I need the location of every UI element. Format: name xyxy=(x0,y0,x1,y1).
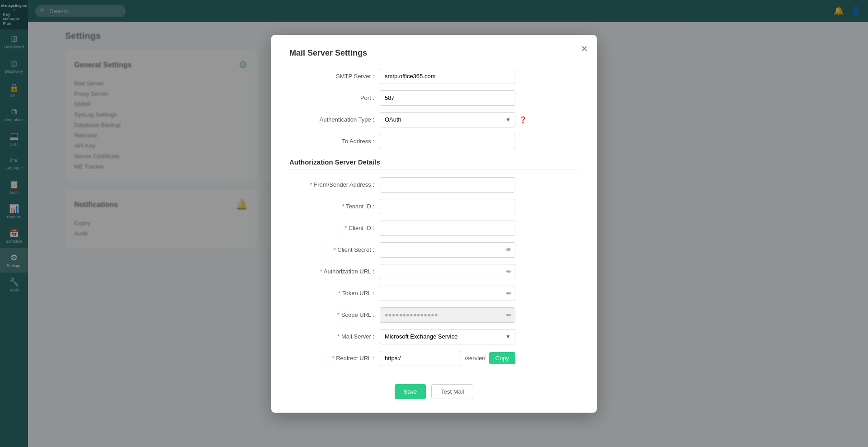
auth-type-select-wrapper: OAuth Basic None ▼ xyxy=(380,112,515,127)
auth-url-group: Authorization URL : ✏ xyxy=(289,264,579,279)
redirect-url-label: Redirect URL : xyxy=(289,355,380,362)
modal-footer: Save Test Mail xyxy=(289,377,579,399)
modal-overlay: Mail Server Settings ✕ SMTP Server : Por… xyxy=(0,0,868,447)
mail-server-group: Mail Server : Microsoft Exchange Service… xyxy=(289,329,579,344)
smtp-server-input[interactable] xyxy=(380,69,515,84)
client-id-group: Client ID : xyxy=(289,221,579,236)
from-sender-input[interactable] xyxy=(380,177,515,193)
redirect-url-input[interactable] xyxy=(380,351,461,366)
smtp-server-label: SMTP Server : xyxy=(289,73,380,80)
scope-url-group: Scope URL : ✏ xyxy=(289,307,579,323)
redirect-url-group: Redirect URL : /servlet/ Copy xyxy=(289,351,579,366)
port-input[interactable] xyxy=(380,90,515,106)
client-secret-group: Client Secret : 👁 xyxy=(289,242,579,258)
redirect-url-suffix: /servlet/ xyxy=(465,355,486,362)
client-id-input[interactable] xyxy=(380,221,515,236)
scope-url-wrapper: ✏ xyxy=(380,307,515,323)
auth-url-edit-icon[interactable]: ✏ xyxy=(506,268,512,275)
from-sender-group: From/Sender Address : xyxy=(289,177,579,193)
token-url-wrapper: ✏ xyxy=(380,286,515,301)
to-address-group: To Address : xyxy=(289,134,579,149)
auth-type-group: Authentication Type : OAuth Basic None ▼… xyxy=(289,112,579,127)
token-url-edit-icon[interactable]: ✏ xyxy=(506,290,512,297)
scope-url-label: Scope URL : xyxy=(289,311,380,318)
to-address-input[interactable] xyxy=(380,134,515,149)
from-sender-label: From/Sender Address : xyxy=(289,181,380,188)
tenant-id-label: Tenant ID : xyxy=(289,203,380,210)
port-group: Port : xyxy=(289,90,579,106)
auth-url-label: Authorization URL : xyxy=(289,268,380,275)
client-secret-toggle-icon[interactable]: 👁 xyxy=(505,246,512,254)
client-id-label: Client ID : xyxy=(289,225,380,231)
client-secret-label: Client Secret : xyxy=(289,246,380,253)
tenant-id-input[interactable] xyxy=(380,199,515,214)
mail-server-select-label: Mail Server : xyxy=(289,333,380,340)
token-url-input[interactable] xyxy=(380,286,515,301)
auth-type-help-icon[interactable]: ❓ xyxy=(519,116,527,123)
auth-type-label: Authentication Type : xyxy=(289,116,380,123)
mail-server-select-wrapper: Microsoft Exchange Service Gmail Other ▼ xyxy=(380,329,515,344)
token-url-label: Token URL : xyxy=(289,290,380,296)
client-secret-wrapper: 👁 xyxy=(380,242,515,258)
smtp-server-group: SMTP Server : xyxy=(289,69,579,84)
tenant-id-group: Tenant ID : xyxy=(289,199,579,214)
mail-server-modal: Mail Server Settings ✕ SMTP Server : Por… xyxy=(271,35,597,413)
mail-server-select[interactable]: Microsoft Exchange Service Gmail Other xyxy=(380,329,515,344)
copy-button[interactable]: Copy xyxy=(489,352,515,364)
auth-section-title: Authorization Server Details xyxy=(289,158,579,170)
modal-close-button[interactable]: ✕ xyxy=(581,44,588,54)
port-label: Port : xyxy=(289,94,380,101)
auth-url-input[interactable] xyxy=(380,264,515,279)
save-button[interactable]: Save xyxy=(395,384,426,399)
modal-title: Mail Server Settings xyxy=(289,48,579,58)
scope-url-edit-icon[interactable]: ✏ xyxy=(506,311,512,319)
auth-type-select[interactable]: OAuth Basic None xyxy=(380,112,515,127)
test-mail-button[interactable]: Test Mail xyxy=(431,384,473,399)
client-secret-input[interactable] xyxy=(380,242,515,258)
token-url-group: Token URL : ✏ xyxy=(289,286,579,301)
redirect-url-row: /servlet/ Copy xyxy=(380,351,515,366)
auth-url-wrapper: ✏ xyxy=(380,264,515,279)
to-address-label: To Address : xyxy=(289,138,380,145)
scope-url-input[interactable] xyxy=(380,307,515,323)
